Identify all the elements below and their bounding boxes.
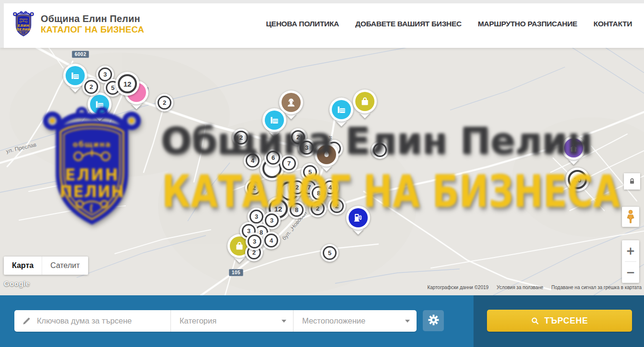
- search-input[interactable]: [36, 316, 170, 326]
- brand-title: Община Елин Пелин: [41, 13, 144, 24]
- map-canvas[interactable]: 60026002105ул. Преславбул. „Новоселции 3…: [0, 48, 644, 295]
- fuel-icon: [349, 208, 368, 227]
- google-logo[interactable]: Google: [4, 280, 30, 288]
- gear-icon: [428, 314, 439, 327]
- category-select-value: Категория: [180, 316, 216, 325]
- main-nav: ЦЕНОВА ПОЛИТИКАДОБАВЕТЕ ВАШИЯТ БИЗНЕСМАР…: [266, 20, 632, 28]
- flame-pin-marker[interactable]: [315, 143, 339, 167]
- map-type-map-button[interactable]: Карта: [4, 257, 42, 275]
- bag-pin-marker[interactable]: [353, 90, 377, 113]
- nav-item-pricing[interactable]: ЦЕНОВА ПОЛИТИКА: [266, 20, 339, 28]
- category-select[interactable]: Категория: [170, 310, 293, 332]
- factory-icon: [265, 111, 284, 130]
- pencil-icon: [22, 316, 31, 325]
- search-icon: [531, 317, 539, 325]
- map-type-satellite-button[interactable]: Сателит: [42, 257, 88, 275]
- keyword-field[interactable]: [14, 310, 170, 332]
- factory-pin-marker[interactable]: [329, 98, 353, 122]
- svg-text:община: община: [19, 18, 27, 20]
- advanced-settings-button[interactable]: [423, 310, 444, 331]
- fuel-pin-marker[interactable]: [346, 206, 370, 230]
- map-attribution: Картографски данни ©2019Условия за ползв…: [427, 285, 642, 290]
- chevron-down-icon: [282, 320, 286, 323]
- search-button-label: ТЪРСЕНЕ: [544, 316, 588, 326]
- bag-icon: [355, 92, 374, 111]
- attribution-link[interactable]: Подаване на сигнал за грешка в картата: [552, 285, 642, 290]
- svg-text:ПЕЛИН: ПЕЛИН: [17, 27, 31, 32]
- church-pin-marker[interactable]: [562, 136, 586, 160]
- chevron-down-icon: [405, 320, 410, 323]
- zoom-in-button[interactable]: +: [622, 240, 639, 261]
- nav-item-transport-schedule[interactable]: МАРШРУТНО РАЗПИСАНИЕ: [478, 20, 577, 28]
- attribution-link[interactable]: Условия за ползване: [497, 285, 543, 290]
- location-select[interactable]: Местоположение: [293, 310, 417, 332]
- flame-icon: [317, 145, 336, 164]
- factory-icon: [332, 100, 351, 119]
- page-left-strip: [0, 3, 4, 48]
- location-select-value: Местоположение: [302, 316, 365, 325]
- header: община ЕЛИН ПЕЛИН Община Елин Пелин КАТА…: [0, 0, 644, 48]
- brand[interactable]: община ЕЛИН ПЕЛИН Община Елин Пелин КАТА…: [12, 10, 144, 38]
- zoom-control: + −: [622, 240, 639, 283]
- church-icon: [564, 138, 583, 157]
- pegman-icon[interactable]: [622, 207, 639, 227]
- attribution-text: Картографски данни ©2019: [427, 285, 488, 290]
- search-bar: Категория Местоположение: [0, 295, 644, 347]
- nav-item-contacts[interactable]: КОНТАКТИ: [594, 20, 632, 28]
- search-fields-group: Категория Местоположение: [14, 310, 417, 332]
- nav-item-add-business[interactable]: ДОБАВЕТЕ ВАШИЯТ БИЗНЕС: [355, 20, 462, 28]
- municipality-logo-icon: община ЕЛИН ПЕЛИН: [12, 10, 34, 38]
- zoom-out-button[interactable]: −: [622, 262, 639, 283]
- page-top-strip: [0, 0, 644, 3]
- lock-icon[interactable]: [624, 173, 640, 190]
- factory-pin-marker[interactable]: [262, 108, 286, 132]
- brand-subtitle: КАТАЛОГ НА БИЗНЕСА: [41, 24, 144, 34]
- map-type-control: Карта Сателит: [4, 257, 88, 275]
- search-button[interactable]: ТЪРСЕНЕ: [487, 310, 632, 332]
